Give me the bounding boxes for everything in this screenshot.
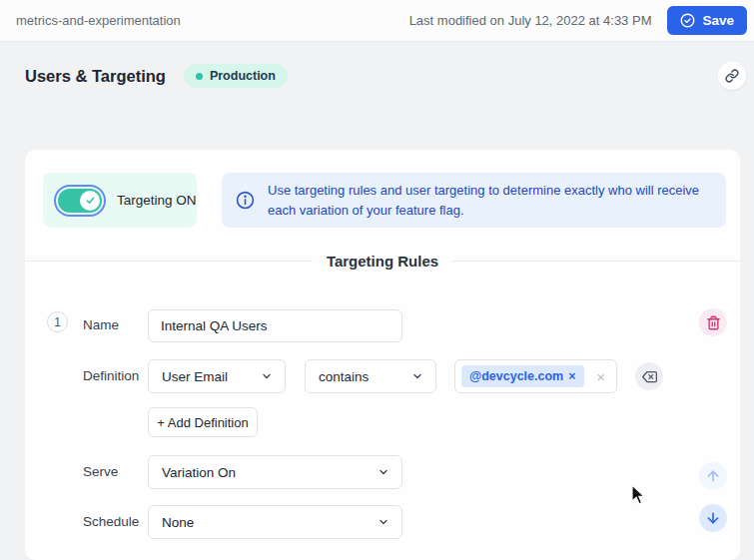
value-tag-label: @devcycle.com	[469, 369, 563, 383]
chevron-down-icon	[261, 370, 273, 382]
check-circle-icon	[680, 13, 695, 28]
environment-dot-icon	[196, 73, 203, 80]
schedule-label: Schedule	[83, 514, 139, 529]
rule-name-input[interactable]	[148, 309, 402, 342]
targeting-info-banner: Use targeting rules and user targeting t…	[222, 173, 726, 228]
move-rule-down-button[interactable]	[699, 504, 727, 532]
arrow-up-icon	[705, 468, 721, 484]
targeting-card: Targeting ON Use targeting rules and use…	[25, 150, 740, 560]
value-tag: @devcycle.com ×	[461, 365, 584, 387]
comparator-select[interactable]: contains	[305, 359, 436, 393]
clear-definition-button[interactable]	[635, 362, 663, 390]
environment-label: Production	[210, 69, 276, 83]
toggle-check-icon	[85, 195, 96, 206]
page-title: Users & Targeting	[25, 67, 166, 86]
chevron-down-icon	[377, 516, 389, 528]
add-definition-button[interactable]: + Add Definition	[148, 407, 258, 437]
chevron-down-icon	[377, 466, 389, 478]
targeting-toggle-label: Targeting ON	[117, 193, 197, 208]
name-label: Name	[83, 317, 119, 332]
targeting-toggle-container: Targeting ON	[43, 173, 197, 228]
breadcrumb: metrics-and-experimentation	[16, 13, 181, 28]
definition-label: Definition	[83, 368, 139, 383]
clear-values-icon[interactable]: ×	[596, 369, 605, 384]
delete-rule-button[interactable]	[699, 308, 727, 336]
info-icon	[236, 191, 255, 210]
comparator-select-value: contains	[319, 369, 369, 384]
property-select-value: User Email	[162, 369, 228, 384]
targeting-toggle[interactable]	[54, 185, 106, 217]
schedule-select-value: None	[162, 515, 194, 530]
copy-link-button[interactable]	[718, 62, 746, 90]
rule-number-badge: 1	[47, 311, 68, 332]
schedule-select[interactable]: None	[148, 505, 402, 539]
targeting-info-text: Use targeting rules and user targeting t…	[268, 181, 710, 220]
save-button-label: Save	[702, 13, 734, 28]
move-rule-up-button[interactable]	[699, 462, 727, 490]
save-button[interactable]: Save	[667, 6, 747, 35]
backspace-icon	[642, 369, 657, 384]
last-modified-text: Last modified on July 12, 2022 at 4:33 P…	[409, 13, 652, 28]
targeting-rules-divider: Targeting Rules	[25, 248, 740, 274]
serve-label: Serve	[83, 464, 118, 479]
property-select[interactable]: User Email	[148, 359, 286, 393]
definition-values-input[interactable]: @devcycle.com × ×	[454, 359, 617, 393]
remove-tag-icon[interactable]: ×	[568, 369, 575, 383]
trash-icon	[706, 315, 721, 330]
link-icon	[725, 69, 739, 83]
environment-badge: Production	[184, 64, 288, 88]
arrow-down-icon	[705, 510, 721, 526]
serve-select-value: Variation On	[162, 465, 236, 480]
top-bar: metrics-and-experimentation Last modifie…	[0, 0, 754, 42]
chevron-down-icon	[411, 370, 423, 382]
targeting-rules-heading: Targeting Rules	[327, 253, 438, 270]
serve-select[interactable]: Variation On	[148, 455, 402, 489]
